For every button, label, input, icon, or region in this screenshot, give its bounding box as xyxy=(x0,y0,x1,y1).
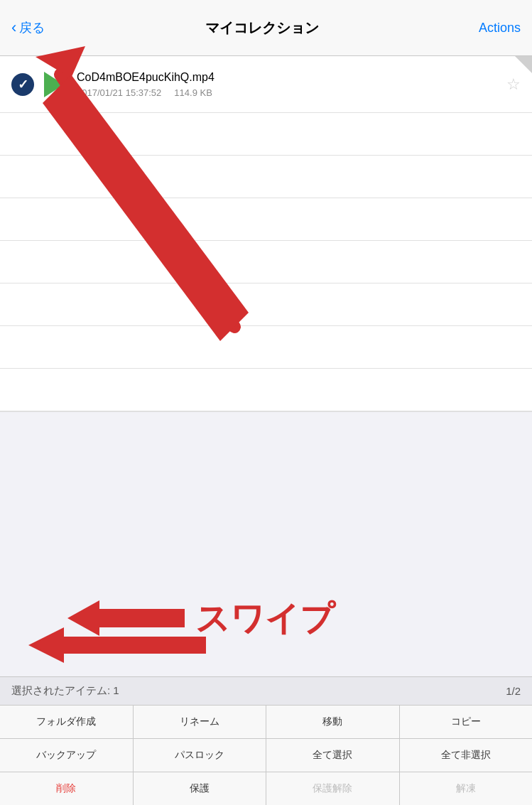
copy-button[interactable]: コピー xyxy=(400,706,533,738)
empty-row xyxy=(0,198,532,241)
file-info: CoD4mBOE4pucKihQ.mp4 2017/01/21 15:37:52… xyxy=(77,70,501,99)
unprotect-button[interactable]: 保護解除 xyxy=(266,772,400,805)
create-folder-button[interactable]: フォルダ作成 xyxy=(0,706,134,738)
page-indicator: 1/2 xyxy=(506,685,521,697)
toolbar-row-2: バックアップ パスロック 全て選択 全て非選択 xyxy=(0,739,532,772)
star-icon[interactable]: ☆ xyxy=(506,75,521,94)
svg-rect-5 xyxy=(64,637,206,654)
corner-fold xyxy=(515,56,532,73)
move-button[interactable]: 移動 xyxy=(266,706,400,738)
swipe-annotation xyxy=(0,617,532,674)
svg-rect-7 xyxy=(99,609,185,627)
empty-row xyxy=(0,156,532,198)
toolbar-row-1: フォルダ作成 リネーム 移動 コピー xyxy=(0,706,532,739)
swipe-text-annotation: スワイプ xyxy=(0,593,532,643)
actions-button[interactable]: Actions xyxy=(479,21,521,36)
file-size: 114.9 KB xyxy=(174,87,212,98)
empty-row xyxy=(0,113,532,156)
file-name: CoD4mBOE4pucKihQ.mp4 xyxy=(77,70,501,85)
selected-items-text: 選択されたアイテム: 1 xyxy=(11,684,119,698)
file-list: 移版 CoD4mBOE4pucKihQ.mp4 2017/01/21 15:37… xyxy=(0,56,532,412)
svg-marker-4 xyxy=(28,627,64,663)
check-circle-icon[interactable] xyxy=(11,73,34,96)
file-date: 2017/01/21 15:37:52 xyxy=(77,87,161,98)
toolbar-row-3: 削除 保護 保護解除 解凍 xyxy=(0,772,532,805)
deselect-all-button[interactable]: 全て非選択 xyxy=(400,739,533,772)
empty-row xyxy=(0,283,532,326)
video-label: 移版 xyxy=(57,90,68,97)
toolbar-status-row: 選択されたアイテム: 1 1/2 xyxy=(0,677,532,706)
navigation-bar: ‹ 戻る マイコレクション Actions xyxy=(0,0,532,56)
back-label: 戻る xyxy=(19,19,45,36)
file-meta: 2017/01/21 15:37:52 114.9 KB xyxy=(77,87,501,98)
back-button[interactable]: ‹ 戻る xyxy=(11,18,45,37)
page-title: マイコレクション xyxy=(205,18,319,38)
file-item[interactable]: 移版 CoD4mBOE4pucKihQ.mp4 2017/01/21 15:37… xyxy=(0,56,532,113)
backup-button[interactable]: バックアップ xyxy=(0,739,134,772)
protect-button[interactable]: 保護 xyxy=(134,772,267,805)
svg-marker-6 xyxy=(67,600,99,636)
rename-button[interactable]: リネーム xyxy=(134,706,267,738)
file-thumbnail: 移版 xyxy=(40,70,68,99)
empty-row xyxy=(0,326,532,369)
back-chevron-icon: ‹ xyxy=(11,18,16,37)
unfreeze-button[interactable]: 解凍 xyxy=(400,772,533,805)
delete-button[interactable]: 削除 xyxy=(0,772,134,805)
bottom-toolbar: 選択されたアイテム: 1 1/2 フォルダ作成 リネーム 移動 コピー バックア… xyxy=(0,676,532,805)
svg-text:スワイプ: スワイプ xyxy=(195,600,337,637)
empty-row xyxy=(0,241,532,283)
passlock-button[interactable]: パスロック xyxy=(134,739,267,772)
select-all-button[interactable]: 全て選択 xyxy=(266,739,400,772)
empty-row xyxy=(0,369,532,411)
